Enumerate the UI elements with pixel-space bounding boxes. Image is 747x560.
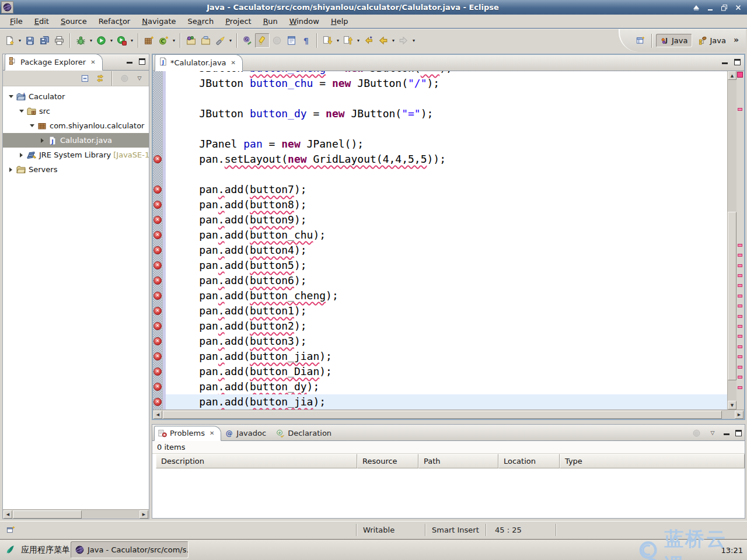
code-line[interactable] — [166, 167, 727, 182]
error-marker-icon[interactable]: ✕ — [153, 231, 162, 239]
column-header-type[interactable]: Type — [560, 454, 745, 468]
scroll-left-icon[interactable]: ◀ — [4, 510, 12, 519]
view-menu-button[interactable]: ▽ — [706, 426, 719, 439]
scroll-left-icon[interactable]: ◀ — [153, 411, 162, 419]
expand-arrow-icon[interactable] — [38, 138, 47, 143]
scrollbar-thumb[interactable] — [728, 212, 736, 380]
new-java-project-button[interactable] — [142, 33, 156, 48]
search-dropdown[interactable]: ▾ — [228, 38, 233, 43]
menu-refactor[interactable]: Refactor — [93, 15, 137, 27]
overview-error-indicator[interactable] — [737, 72, 743, 78]
code-line[interactable]: pan.add(button_jia); — [166, 394, 727, 410]
package-explorer-hscrollbar[interactable]: ◀ ▶ — [3, 509, 149, 519]
scrollbar-thumb[interactable] — [13, 510, 82, 519]
code-line[interactable]: pan.add(button_Dian); — [166, 364, 727, 379]
next-annotation-dropdown[interactable]: ▾ — [335, 38, 341, 43]
menu-search[interactable]: Search — [182, 15, 220, 27]
column-header-resource[interactable]: Resource — [357, 454, 418, 468]
tab-problems[interactable]: Problems✕ — [154, 426, 221, 441]
code-line[interactable]: JButton button_chu = new JButton("/"); — [166, 76, 727, 91]
tab-javadoc[interactable]: @Javadoc — [221, 426, 273, 440]
overview-error-marker[interactable] — [738, 376, 742, 379]
tree-item-jre-system-library[interactable]: JRE System Library[JavaSE-1.7] — [3, 148, 149, 162]
generate-javadoc-button[interactable]: G — [240, 33, 255, 48]
view-menu-button[interactable]: ▽ — [133, 72, 146, 85]
collapse-all-button[interactable] — [78, 72, 91, 85]
error-marker-icon[interactable]: ✕ — [153, 337, 162, 345]
shade-button[interactable] — [692, 4, 700, 11]
column-header-location[interactable]: Location — [498, 454, 560, 468]
code-line[interactable]: pan.add(button_chu); — [166, 228, 727, 243]
next-annotation-button[interactable] — [320, 33, 335, 48]
scroll-right-icon[interactable]: ▶ — [735, 411, 743, 419]
overview-error-marker[interactable] — [738, 335, 742, 338]
open-type-button[interactable] — [184, 33, 198, 48]
code-line[interactable] — [166, 121, 727, 136]
error-marker-icon[interactable]: ✕ — [153, 398, 162, 406]
expand-arrow-icon[interactable] — [17, 153, 26, 158]
show-whitespace-button[interactable]: ¶ — [299, 33, 313, 48]
close-button[interactable] — [734, 4, 742, 11]
overview-error-marker[interactable] — [738, 274, 742, 277]
error-marker-icon[interactable]: ✕ — [153, 261, 162, 270]
run-last-dropdown[interactable]: ▾ — [129, 38, 135, 43]
scroll-up-icon[interactable]: ▲ — [728, 71, 736, 80]
error-marker-icon[interactable]: ✕ — [153, 201, 162, 209]
overview-error-marker[interactable] — [738, 345, 742, 348]
menu-navigate[interactable]: Navigate — [136, 15, 181, 27]
menu-help[interactable]: Help — [325, 15, 354, 27]
overview-error-marker[interactable] — [738, 244, 742, 247]
code-line[interactable]: pan.add(button4); — [166, 243, 727, 258]
error-marker-icon[interactable]: ✕ — [153, 307, 162, 315]
scrollbar-thumb[interactable] — [163, 411, 722, 419]
error-marker-icon[interactable]: ✕ — [153, 383, 162, 391]
menu-project[interactable]: Project — [219, 15, 257, 27]
code-line[interactable]: pan.setLayout(new GridLayout(4,4,5,5)); — [166, 152, 727, 167]
error-marker-icon[interactable]: ✕ — [153, 155, 162, 163]
code-line[interactable]: JButton button_cheng = new JButton("*"); — [166, 71, 727, 76]
taskbar-window-button[interactable]: Java - Caculator/src/com/s… — [71, 541, 189, 558]
open-task-button[interactable] — [198, 33, 213, 48]
code-line[interactable]: pan.add(button1); — [166, 303, 727, 318]
taskbar-clock[interactable]: 13:21 — [721, 546, 743, 555]
editor-vscrollbar[interactable]: ▲ ▼ — [727, 71, 736, 410]
new-wizard-button[interactable] — [2, 33, 17, 48]
run-last-button[interactable] — [114, 33, 129, 48]
overview-error-marker[interactable] — [738, 386, 742, 389]
close-icon[interactable]: ✕ — [231, 60, 236, 66]
column-header-description[interactable]: Description — [156, 454, 357, 468]
collapse-arrow-icon[interactable] — [17, 110, 26, 113]
code-line[interactable]: pan.add(button7); — [166, 182, 727, 197]
save-button[interactable] — [23, 33, 37, 48]
mark-occurrences-button[interactable] — [255, 33, 270, 48]
overview-error-marker[interactable] — [738, 315, 742, 318]
code-editor[interactable]: JButton button_cheng = new JButton("*");… — [166, 71, 727, 410]
show-source-button[interactable] — [284, 33, 299, 48]
debug-button[interactable] — [74, 33, 88, 48]
overview-error-marker[interactable] — [738, 284, 742, 287]
new-java-class-button[interactable]: C — [156, 33, 171, 48]
tree-item-calulator-java[interactable]: JCalulator.java — [3, 133, 149, 148]
previous-annotation-button[interactable] — [341, 33, 355, 48]
minimize-view-button[interactable] — [722, 429, 731, 436]
error-marker-icon[interactable]: ✕ — [153, 186, 162, 194]
open-perspective-button[interactable] — [633, 33, 648, 48]
maximize-editor-button[interactable] — [733, 58, 741, 65]
applications-menu-button[interactable]: 应用程序菜单 — [21, 545, 70, 555]
error-marker-icon[interactable]: ✕ — [153, 276, 162, 285]
code-line[interactable]: pan.add(button9); — [166, 212, 727, 228]
code-line[interactable]: pan.add(button8); — [166, 197, 727, 212]
error-marker-icon[interactable]: ✕ — [153, 216, 162, 224]
overview-error-marker[interactable] — [738, 325, 742, 328]
perspective-java-browsing-perspective[interactable]: Java — [694, 34, 730, 47]
close-icon[interactable]: ✕ — [210, 430, 214, 436]
overview-error-marker[interactable] — [738, 355, 742, 358]
new-java-class-dropdown[interactable]: ▾ — [171, 38, 177, 43]
tab-calulator-java[interactable]: J *Calulator.java ✕ — [155, 54, 243, 71]
tab-package-explorer[interactable]: Package Explorer ✕ — [5, 54, 103, 71]
code-line[interactable]: pan.add(button3); — [166, 334, 727, 349]
tab-declaration[interactable]: eDeclaration — [273, 426, 338, 440]
run-button[interactable] — [94, 33, 109, 48]
tree-item-caculator[interactable]: JCaculator — [3, 89, 149, 104]
scroll-down-icon[interactable]: ▼ — [728, 401, 736, 410]
